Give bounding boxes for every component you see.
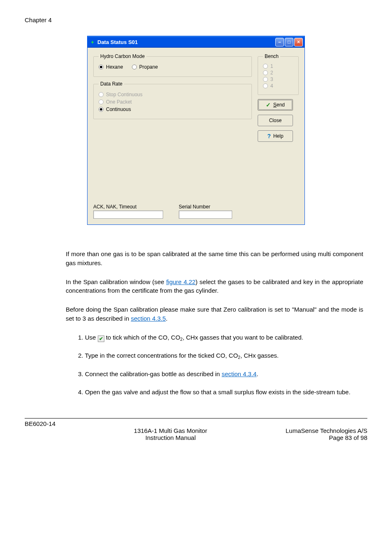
paragraph: If more than one gas is to be span calib… (25, 250, 367, 268)
footer-center: 1316A-1 Multi Gas MonitorInstruction Man… (134, 420, 207, 441)
radio-label: 4 (270, 83, 273, 89)
tick-icon: ✔ (98, 335, 104, 342)
ack-input[interactable] (93, 210, 163, 219)
serial-number-field: Serial Number (179, 204, 252, 219)
plus-icon: + (89, 39, 96, 45)
list-item: 4. Open the gas valve and adjust the flo… (78, 388, 363, 397)
serial-label: Serial Number (179, 204, 252, 210)
link-figure-4-22[interactable]: figure 4.22 (166, 278, 195, 285)
radio-label: Continuous (106, 106, 131, 112)
button-label: Send (273, 102, 285, 108)
radio-icon (132, 65, 137, 69)
radio-propane[interactable]: Propane (132, 64, 158, 70)
ack-nak-field: ACK, NAK, Timeout (93, 204, 166, 219)
question-icon: ? (267, 133, 271, 139)
window-title: Data Status S01 (97, 39, 274, 45)
minimize-button[interactable]: – (275, 38, 284, 46)
radio-icon (99, 107, 104, 112)
radio-bench-2: 2 (263, 70, 293, 76)
radio-continuous[interactable]: Continuous (99, 106, 247, 112)
footer-right: LumaSense Technologies A/SPage 83 of 98 (286, 420, 367, 441)
radio-label: 2 (270, 70, 273, 76)
button-label: Help (273, 133, 284, 139)
button-label: Close (269, 118, 282, 123)
radio-icon (263, 64, 268, 69)
hydro-carbon-mode-group: Hydro Carbon Mode Hexane Propane (93, 53, 252, 77)
check-icon: ✓ (266, 102, 271, 108)
radio-hexane[interactable]: Hexane (99, 64, 123, 70)
send-button[interactable]: ✓ Send (258, 99, 293, 111)
radio-icon (99, 99, 104, 104)
radio-label: 3 (270, 76, 273, 82)
link-section-4-3-4[interactable]: section 4.3.4 (221, 370, 256, 377)
radio-icon (263, 83, 268, 88)
footer-left: BE6020-14 (25, 420, 55, 441)
chapter-header: Chapter 4 (25, 16, 367, 23)
radio-icon (99, 65, 104, 69)
titlebar: + Data Status S01 – □ × (88, 36, 304, 48)
radio-icon (263, 70, 268, 75)
radio-label: Propane (139, 64, 158, 70)
maximize-button[interactable]: □ (285, 38, 293, 46)
radio-label: Hexane (106, 64, 123, 70)
radio-label: 1 (270, 63, 273, 69)
radio-bench-4: 4 (263, 83, 293, 89)
help-button[interactable]: ? Help (258, 130, 293, 142)
paragraph: In the Span calibration window (see figu… (25, 278, 367, 296)
radio-one-packet[interactable]: One Packet (99, 99, 247, 105)
hydro-legend: Hydro Carbon Mode (99, 53, 146, 59)
paragraph: Before doing the Span calibration please… (25, 305, 367, 323)
radio-icon (263, 77, 268, 82)
list-item: 1. Use ✔ to tick which of the CO, CO2, C… (78, 333, 363, 342)
ack-label: ACK, NAK, Timeout (93, 204, 166, 210)
dialog-window: + Data Status S01 – □ × Hydro Carbon Mod… (87, 36, 305, 225)
radio-stop-continuous[interactable]: Stop Continuous (99, 92, 247, 97)
link-section-4-3-5[interactable]: section 4.3.5 (131, 315, 166, 322)
radio-label: One Packet (106, 99, 132, 105)
radio-label: Stop Continuous (106, 92, 143, 97)
datarate-legend: Data Rate (99, 81, 124, 87)
bench-legend: Bench (263, 53, 280, 59)
data-rate-group: Data Rate Stop Continuous One Packet Con… (93, 81, 252, 119)
list-item: 3. Connect the calibration-gas bottle as… (78, 370, 363, 379)
close-dialog-button[interactable]: Close (258, 115, 293, 126)
page-footer: BE6020-14 1316A-1 Multi Gas MonitorInstr… (25, 418, 367, 441)
bench-group: Bench 1 2 3 (258, 53, 299, 95)
radio-bench-1: 1 (263, 63, 293, 69)
serial-input[interactable] (179, 210, 232, 219)
radio-icon (99, 92, 104, 97)
list-item: 2. Type in the correct concentrations fo… (78, 351, 363, 361)
close-button[interactable]: × (294, 38, 303, 46)
radio-bench-3: 3 (263, 76, 293, 82)
